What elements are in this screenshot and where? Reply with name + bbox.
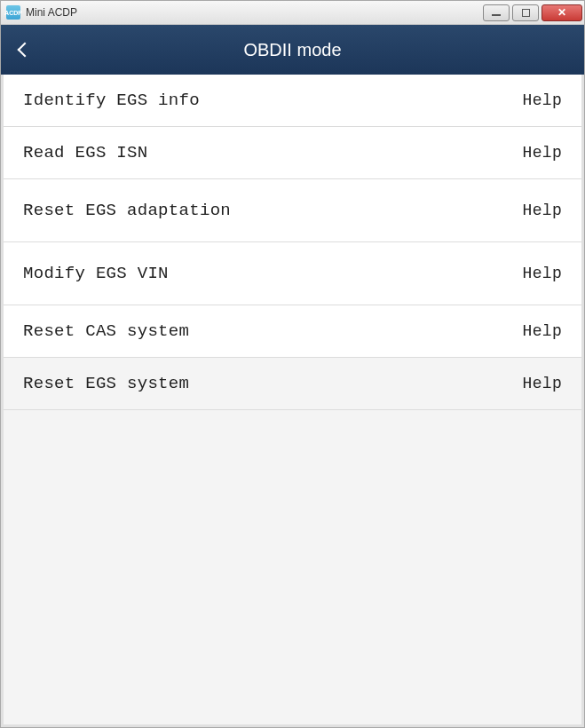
help-link[interactable]: Help (523, 202, 562, 219)
page-header: OBDII mode (1, 25, 584, 75)
close-button[interactable]: ✕ (542, 4, 582, 21)
menu-item-label: Reset EGS adaptation (23, 201, 231, 220)
menu-item-label: Reset CAS system (23, 321, 189, 341)
help-link[interactable]: Help (523, 265, 562, 282)
window-title: Mini ACDP (26, 6, 483, 19)
minimize-button[interactable] (483, 4, 510, 21)
help-link[interactable]: Help (523, 322, 562, 340)
menu-item-label: Modify EGS VIN (23, 264, 169, 283)
menu-item-reset-egs-adaptation[interactable]: Reset EGS adaptation Help (4, 179, 581, 242)
chevron-left-icon (18, 43, 33, 58)
content-area: Identify EGS info Help Read EGS ISN Help… (1, 75, 584, 727)
menu-item-modify-egs-vin[interactable]: Modify EGS VIN Help (4, 242, 581, 305)
titlebar: ACDP Mini ACDP ✕ (1, 1, 584, 25)
menu-item-reset-cas-system[interactable]: Reset CAS system Help (4, 305, 581, 358)
menu-item-label: Identify EGS info (23, 91, 200, 110)
menu-item-reset-egs-system[interactable]: Reset EGS system Help (4, 358, 581, 410)
maximize-icon (522, 9, 530, 17)
menu-item-identify-egs-info[interactable]: Identify EGS info Help (4, 75, 581, 127)
back-button[interactable] (1, 25, 45, 75)
menu-item-label: Read EGS ISN (23, 143, 147, 162)
minimize-icon (492, 14, 501, 16)
window-controls: ✕ (483, 4, 582, 21)
app-icon: ACDP (6, 5, 20, 20)
page-title: OBDII mode (1, 40, 584, 60)
close-icon: ✕ (557, 7, 566, 18)
help-link[interactable]: Help (523, 91, 562, 109)
menu-item-label: Reset EGS system (23, 374, 189, 393)
menu-item-read-egs-isn[interactable]: Read EGS ISN Help (4, 127, 581, 179)
menu-list: Identify EGS info Help Read EGS ISN Help… (4, 75, 581, 410)
maximize-button[interactable] (512, 4, 539, 21)
help-link[interactable]: Help (523, 144, 562, 162)
help-link[interactable]: Help (523, 375, 562, 392)
app-window: ACDP Mini ACDP ✕ OBDII mode Identify EGS… (0, 0, 585, 728)
